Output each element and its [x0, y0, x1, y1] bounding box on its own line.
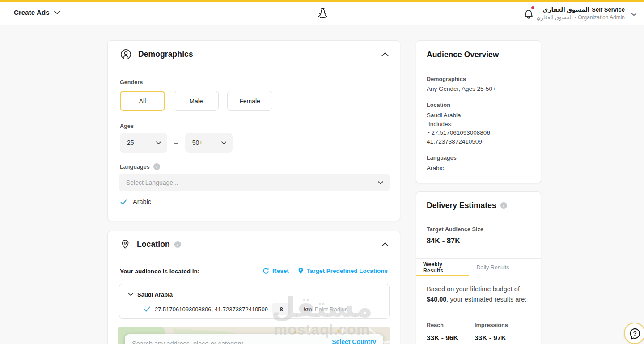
delivery-estimates-card: Delivery Estimates i Target Audience Siz…: [416, 191, 541, 344]
overview-languages-value: Arabic: [427, 165, 444, 171]
create-ads-label: Create Ads: [14, 8, 50, 16]
audience-overview-card: Audience Overview Demographics Any Gende…: [416, 40, 541, 183]
map-canvas[interactable]: Select Country: [118, 327, 390, 344]
chevron-down-icon: [378, 181, 383, 184]
check-icon: [144, 306, 150, 312]
delivery-estimates-title: Delivery Estimates: [427, 201, 496, 210]
help-button[interactable]: ?: [624, 323, 644, 344]
languages-label: Languages: [120, 164, 150, 170]
location-card: Location i Your audience is located in: …: [107, 231, 400, 344]
age-range-separator: –: [174, 139, 178, 146]
demographics-header: Demographics: [108, 41, 400, 68]
impressions-value: 33K - 97K: [475, 334, 508, 342]
overview-location-label: Location: [427, 102, 450, 108]
radius-input[interactable]: 8: [272, 303, 290, 315]
radius-type-label: Point Radius: [315, 306, 348, 313]
audience-located-label: Your audience is located in:: [120, 268, 199, 275]
chevron-down-icon: [54, 11, 60, 14]
impressions-label: Impressions: [475, 322, 508, 330]
reach-label: Reach: [427, 322, 444, 330]
age-min-dropdown[interactable]: 25: [120, 133, 167, 153]
account-role-latin: - Organization Admin: [575, 14, 625, 21]
overview-includes-label: Includes:: [428, 121, 453, 127]
notification-bell-icon[interactable]: [523, 8, 536, 22]
map-search-input[interactable]: [132, 338, 311, 344]
select-country-button[interactable]: Select Country: [332, 338, 376, 344]
notification-dot: [530, 5, 535, 10]
chevron-down-icon: [221, 141, 226, 144]
bullet: •: [428, 129, 430, 136]
account-menu[interactable]: المسوق العقاري Self Service المسوق العقا…: [537, 6, 625, 21]
tab-weekly-results[interactable]: Weekly Results: [416, 259, 469, 276]
language-select[interactable]: Select Language...: [119, 174, 390, 191]
location-header: Location i: [108, 231, 400, 258]
targeted-country-box: Saudi Arabia 27.517061093008806, 41.7237…: [119, 284, 390, 319]
reach-metric: Reach 33K - 96K: [427, 321, 458, 342]
overview-coordinate-line2: 41.72373872410509: [427, 138, 482, 145]
overview-location-value: Saudi Arabia: [427, 112, 461, 119]
account-name-latin: Self Service: [592, 6, 625, 13]
radius-unit-label: km: [304, 306, 312, 313]
language-select-placeholder: Select Language...: [126, 179, 178, 186]
overview-coordinate-line1: • 27.517061093008806,: [428, 129, 492, 136]
target-predefined-locations-button[interactable]: Target Predefined Locations: [298, 267, 388, 275]
gender-male-button[interactable]: Male: [174, 91, 219, 111]
reach-value: 33K - 96K: [427, 334, 458, 342]
map-pin-icon: [120, 239, 131, 251]
demographics-card: Demographics Genders All Male Female Age…: [107, 40, 400, 221]
chevron-down-icon: [128, 293, 133, 296]
location-actions: Reset Target Predefined Locations: [263, 267, 388, 275]
languages-info-icon[interactable]: i: [153, 163, 160, 170]
location-info-icon[interactable]: i: [174, 241, 181, 248]
ages-range: 25 – 50+: [120, 133, 233, 153]
help-icon: ?: [629, 327, 641, 340]
divider: [416, 67, 541, 67]
demographics-collapse-chevron-icon[interactable]: [381, 52, 389, 56]
results-tabs: Weekly Results Daily Results: [416, 258, 541, 276]
delivery-estimates-header: Delivery Estimates i: [427, 201, 507, 210]
create-ads-menu[interactable]: Create Ads: [14, 8, 60, 16]
age-max-dropdown[interactable]: 50+: [185, 133, 233, 153]
impressions-metric: Impressions 33K - 97K: [475, 321, 508, 342]
divider: [416, 218, 541, 218]
age-max-value: 50+: [192, 139, 203, 146]
location-collapse-chevron-icon[interactable]: [381, 242, 389, 246]
tab-daily-results[interactable]: Daily Results: [469, 259, 517, 276]
pin-icon: [298, 267, 304, 275]
overview-demographics-label: Demographics: [427, 76, 466, 82]
demographics-title: Demographics: [138, 50, 193, 59]
reset-button[interactable]: Reset: [263, 268, 289, 274]
chevron-down-icon: [156, 141, 161, 144]
account-chevron-down-icon[interactable]: [631, 13, 637, 16]
person-icon: [120, 48, 132, 60]
reset-label: Reset: [272, 268, 289, 274]
languages-label-row: Languages i: [120, 163, 160, 170]
top-bar: Create Ads المسوق العقاري Self Service: [0, 0, 644, 25]
gender-female-button[interactable]: Female: [227, 91, 272, 111]
gender-all-button[interactable]: All: [120, 91, 165, 111]
account-role-arabic: المسوق العقاري: [537, 14, 573, 21]
overview-languages-label: Languages: [427, 155, 457, 161]
selected-language-item[interactable]: Arabic: [120, 198, 151, 205]
location-title: Location: [137, 240, 170, 249]
ages-label: Ages: [120, 123, 134, 129]
svg-text:?: ?: [633, 330, 636, 336]
genders-label: Genders: [120, 79, 143, 85]
country-name: Saudi Arabia: [137, 291, 173, 298]
coordinate-row: 27.517061093008806, 41.72373872410509 8 …: [144, 303, 348, 315]
budget-estimate-text: Based on your lifetime budget of $40.00,…: [427, 284, 528, 305]
coordinate-value: 27.517061093008806, 41.72373872410509: [155, 306, 268, 313]
audience-overview-title: Audience Overview: [427, 50, 499, 59]
overview-demographics-value: Any Gender, Ages 25-50+: [427, 85, 496, 92]
snapchat-ghost-logo[interactable]: [317, 7, 331, 21]
target-predefined-locations-label: Target Predefined Locations: [307, 268, 388, 274]
delivery-estimates-info-icon[interactable]: i: [500, 202, 507, 209]
target-audience-size-label: Target Audience Size: [427, 225, 483, 234]
map-search-bar: Select Country: [125, 334, 383, 344]
budget-amount: $40.00: [427, 296, 446, 303]
account-name-arabic: المسوق العقاري: [542, 6, 589, 13]
ads-manager-page: Create Ads المسوق العقاري Self Service: [0, 0, 644, 344]
check-icon: [120, 199, 127, 205]
gender-options: All Male Female: [120, 91, 272, 111]
country-row[interactable]: Saudi Arabia: [128, 291, 173, 298]
